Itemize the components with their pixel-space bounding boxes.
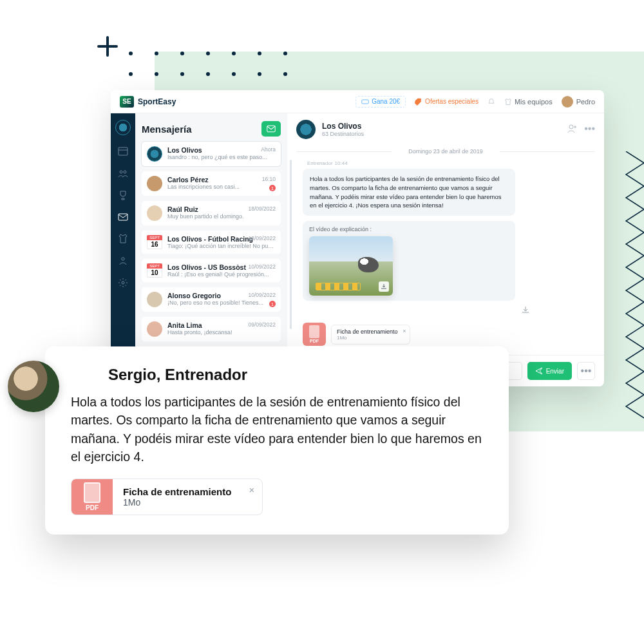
download-icon[interactable]	[379, 281, 389, 292]
user-avatar	[147, 205, 162, 221]
media-label: El vídeo de explicación :	[309, 226, 509, 232]
overlay-card: Sergio, Entrenador Hola a todos los part…	[45, 346, 509, 535]
pdf-icon: PDF	[303, 323, 326, 346]
conversation-item[interactable]: Los OlivosIsandro : no, pero ¿qué es est…	[142, 142, 281, 166]
message-scroll[interactable]: Entrenador10:44 Hola a todos los partici…	[287, 160, 604, 355]
svg-rect-0	[362, 100, 369, 104]
earn-label: Gana 20€	[372, 98, 400, 105]
conversation-item[interactable]: SEPT10 Los Olivos - US BossòstRaúl : ¡Es…	[142, 259, 281, 282]
teams-label: Mis equipos	[515, 98, 553, 106]
conversation-list: Mensajería Los OlivosIsandro : no, pero …	[135, 113, 287, 386]
conversation-item[interactable]: Alonso Gregorio¡No, pero eso no es posib…	[142, 287, 281, 312]
attachment-card[interactable]: Ficha de entrenamiento 1Mo ×	[331, 325, 410, 345]
user-name: Pedro	[576, 98, 595, 106]
attachment-size: 1Mo	[337, 335, 398, 341]
overlay-attachment[interactable]: PDF Ficha de entrenamiento 1Mo ×	[71, 478, 263, 515]
svg-rect-7	[267, 126, 275, 131]
conv-name: Carlos Pérez	[167, 176, 276, 184]
chat-team-avatar	[296, 120, 316, 139]
conv-time: 10/09/2022	[248, 292, 276, 298]
roster-icon[interactable]	[117, 167, 129, 179]
unread-badge: 1	[269, 301, 276, 307]
pdf-icon: PDF	[71, 479, 113, 515]
conv-preview: Tiago: ¡Qué acción tan increíble! No pue…	[167, 243, 276, 249]
ticket-icon	[361, 98, 369, 106]
add-user-icon[interactable]	[567, 123, 578, 136]
user-avatar	[147, 321, 162, 337]
plus-icon	[97, 35, 118, 57]
trophy-icon[interactable]	[117, 189, 129, 201]
chat-header: Los Olivos 63 Destinatorios •••	[287, 113, 604, 146]
team-avatar	[147, 146, 162, 162]
overlay-body: Hola a todos los participantes de la ses…	[71, 393, 483, 466]
media-bubble: El vídeo de explicación :	[303, 221, 515, 301]
more-icon[interactable]: •••	[584, 123, 595, 136]
conversation-item[interactable]: Anita LimaHasta pronto, ¡descansa! 09/09…	[142, 317, 281, 341]
date-box: SEPT16	[147, 235, 162, 249]
offers-label: Ofertas especiales	[425, 98, 478, 105]
close-icon[interactable]: ×	[249, 484, 255, 495]
offers-link[interactable]: Ofertas especiales	[415, 98, 478, 106]
sender-label: Entrenador10:44	[305, 160, 595, 166]
send-label: Enviar	[546, 368, 564, 375]
messages-icon[interactable]	[117, 211, 129, 223]
user-menu[interactable]: Pedro	[562, 96, 595, 108]
svg-rect-4	[118, 214, 128, 220]
conv-preview: Raúl : ¡Eso es genial! Qué progresión...	[167, 271, 276, 278]
brand-name: SportEasy	[138, 97, 176, 106]
conv-preview: ¡No, pero eso no es posible! Tienes...	[167, 299, 276, 306]
chat-date: Domingo 23 de abril de 2019	[296, 148, 595, 155]
video-thumbnail[interactable]	[309, 236, 393, 296]
earn-pill[interactable]: Gana 20€	[355, 96, 406, 108]
date-box: SEPT10	[147, 263, 162, 278]
download-link[interactable]	[522, 305, 529, 316]
conv-preview: Isandro : no, pero ¿qué es este paso...	[167, 154, 276, 160]
svg-rect-1	[118, 147, 128, 155]
conv-time: 18/09/2022	[248, 205, 276, 212]
svg-point-3	[124, 171, 126, 173]
svg-point-8	[569, 125, 573, 129]
brand[interactable]: SE SportEasy	[120, 96, 176, 108]
topbar: SE SportEasy Gana 20€ Ofertas especiales	[111, 90, 604, 113]
conv-time: 16:10	[262, 176, 276, 182]
svg-point-2	[120, 171, 122, 173]
conv-preview: Muy buen partido el domingo.	[167, 213, 276, 220]
conv-time: 10/09/2022	[248, 263, 276, 270]
conversation-item[interactable]: SEPT16 Los Olivos - Fútbol RacingTiago: …	[142, 231, 281, 254]
conv-name: Los Olivos	[167, 146, 276, 154]
overlay-attachment-size: 1Mo	[123, 497, 231, 507]
user-avatar	[147, 176, 162, 191]
close-icon[interactable]: ×	[402, 328, 406, 334]
avatar	[562, 96, 573, 108]
user-avatar	[147, 292, 162, 307]
overlay-title: Sergio, Entrenador	[108, 366, 247, 384]
svg-point-6	[122, 281, 124, 284]
calendar-icon[interactable]	[117, 146, 129, 157]
message-bubble: Hola a todos los participantes de la ses…	[303, 169, 515, 216]
conversation-item[interactable]: Raúl RuizMuy buen partido el domingo. 18…	[142, 201, 281, 225]
conv-time: Ahora	[261, 146, 276, 153]
send-button[interactable]: Enviar	[527, 362, 572, 380]
conversation-item[interactable]: Carlos PérezLas inscripciones son casi..…	[142, 171, 281, 196]
logo-icon: SE	[120, 96, 134, 108]
jersey-nav-icon[interactable]	[117, 233, 129, 245]
dot-grid	[129, 52, 303, 93]
chat-panel: Los Olivos 63 Destinatorios ••• Domingo …	[287, 113, 604, 386]
teams-link[interactable]: Mis equipos	[504, 98, 553, 106]
composer-more-button[interactable]: •••	[577, 362, 595, 380]
settings-icon[interactable]	[117, 277, 129, 289]
unread-badge: 1	[269, 185, 276, 191]
attachment-name: Ficha de entrenamiento	[337, 328, 398, 335]
team-logo[interactable]	[115, 120, 131, 135]
chat-subtitle: 63 Destinatorios	[322, 131, 364, 137]
app-window: SE SportEasy Gana 20€ Ofertas especiales	[111, 90, 604, 386]
zigzag-decoration	[625, 151, 644, 424]
coach-icon[interactable]	[117, 255, 129, 267]
conv-preview: Hasta pronto, ¡descansa!	[167, 329, 276, 336]
bell-icon[interactable]	[488, 98, 495, 106]
compose-button[interactable]	[261, 121, 281, 137]
conv-time: 09/09/2022	[248, 321, 276, 328]
tag-icon	[415, 98, 422, 106]
conv-time: 18/09/2022	[248, 235, 276, 242]
chat-title: Los Olivos	[322, 122, 364, 131]
